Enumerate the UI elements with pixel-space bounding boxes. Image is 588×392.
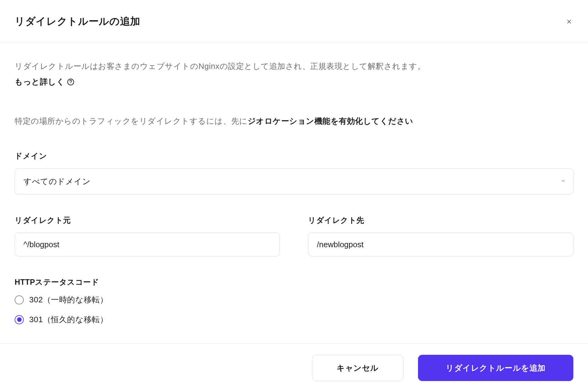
modal-title: リダイレクトルールの追加	[15, 15, 140, 28]
modal-header: リダイレクトルールの追加	[0, 0, 588, 42]
submit-button[interactable]: リダイレクトルールを追加	[418, 355, 573, 381]
learn-more-label: もっと詳しく	[15, 77, 65, 87]
modal-body: リダイレクトルールはお客さまのウェブサイトのNginxの設定として追加され、正規…	[0, 42, 588, 344]
help-icon	[67, 78, 74, 86]
radio-301[interactable]: 301（恒久的な移転）	[15, 314, 573, 325]
redirect-to-input[interactable]	[308, 233, 573, 256]
domain-select[interactable]: すべてのドメイン	[15, 168, 573, 194]
radio-dot-icon	[17, 317, 22, 322]
status-code-radio-group: 302（一時的な移転） 301（恒久的な移転）	[15, 294, 573, 325]
domain-section: ドメイン すべてのドメイン	[15, 151, 573, 194]
status-code-section: HTTPステータスコード 302（一時的な移転） 301（恒久的な移転）	[15, 277, 573, 325]
redirect-paths-row: リダイレクト元 リダイレクト先	[15, 215, 573, 256]
geo-note-prefix: 特定の場所からのトラフィックをリダイレクトするには、先に	[15, 116, 248, 126]
cancel-button[interactable]: キャンセル	[312, 355, 403, 381]
radio-302-label: 302（一時的な移転）	[29, 294, 108, 305]
close-icon[interactable]	[565, 17, 573, 26]
radio-301-label: 301（恒久的な移転）	[29, 314, 108, 325]
learn-more-link[interactable]: もっと詳しく	[15, 77, 74, 87]
redirect-from-label: リダイレクト元	[15, 215, 280, 225]
domain-label: ドメイン	[15, 151, 573, 161]
domain-select-value: すべてのドメイン	[15, 168, 573, 194]
redirect-to-section: リダイレクト先	[308, 215, 573, 256]
geo-note-strong: ジオロケーション機能を有効化してください	[248, 116, 413, 126]
modal-footer: キャンセル リダイレクトルールを追加	[0, 344, 588, 392]
geolocation-note: 特定の場所からのトラフィックをリダイレクトするには、先にジオロケーション機能を有…	[15, 115, 573, 127]
radio-circle-selected-icon	[15, 315, 24, 324]
redirect-from-input[interactable]	[15, 233, 280, 256]
add-redirect-rule-modal: リダイレクトルールの追加 リダイレクトルールはお客さまのウェブサイトのNginx…	[0, 0, 588, 392]
redirect-to-label: リダイレクト先	[308, 215, 573, 225]
svg-point-1	[71, 83, 71, 84]
redirect-from-section: リダイレクト元	[15, 215, 280, 256]
radio-302[interactable]: 302（一時的な移転）	[15, 294, 573, 305]
description-text: リダイレクトルールはお客さまのウェブサイトのNginxの設定として追加され、正規…	[15, 60, 573, 72]
status-code-label: HTTPステータスコード	[15, 277, 573, 287]
radio-circle-icon	[15, 295, 24, 305]
